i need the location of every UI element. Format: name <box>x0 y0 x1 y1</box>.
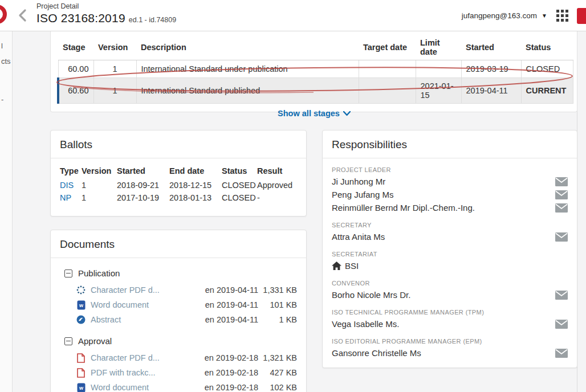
col-header-stage: Stage <box>58 35 93 60</box>
breadcrumb: Project Detail <box>36 2 176 10</box>
envelope-icon[interactable] <box>555 291 568 300</box>
top-header-bar: Project Detail ISO 23168:2019ed.1 - id.7… <box>0 0 586 31</box>
role-label: SECRETARIAT <box>332 251 568 258</box>
envelope-icon[interactable] <box>555 232 568 242</box>
ballot-status: CLOSED <box>222 179 257 191</box>
collapse-minus-icon[interactable] <box>64 270 72 277</box>
sidebar-item-fragment[interactable]: cts <box>1 57 11 66</box>
ballot-result: Approved <box>257 179 297 191</box>
envelope-icon[interactable] <box>555 320 568 329</box>
sidebar-item-fragment[interactable]: l <box>1 42 3 50</box>
member-name: Peng Jufang Ms <box>332 190 555 199</box>
show-all-stages-link[interactable]: Show all stages <box>57 109 571 118</box>
col-header-limit-date: Limit date <box>416 35 461 60</box>
ballot-status: CLOSED <box>222 191 257 204</box>
globe-icon <box>76 315 86 325</box>
stage-status: CLOSED <box>521 60 573 78</box>
stage-version: 1 <box>93 60 136 78</box>
envelope-icon[interactable] <box>555 177 568 186</box>
document-link[interactable]: Character PDF d... <box>91 285 201 295</box>
member-name: Borho Nicole Mrs Dr. <box>332 290 555 300</box>
document-link[interactable]: PDF with trackc... <box>91 368 200 377</box>
document-link[interactable]: Word document <box>91 300 201 309</box>
ballot-row: NP 1 2017-10-19 2018-01-13 CLOSED - <box>60 191 297 204</box>
stage-row: 60.00 1 International Standard under pub… <box>58 60 573 78</box>
document-size: 427 KB <box>261 368 297 377</box>
document-size: 102 KB <box>261 383 297 392</box>
chevron-left-icon <box>16 7 30 23</box>
ballot-version: 1 <box>82 191 117 204</box>
role-label: SECRETARY <box>332 222 568 228</box>
stage-started: 2019-03-19 <box>461 60 521 78</box>
stage-version: 1 <box>93 78 136 104</box>
member-name: Reinmüller Bernd Mr Dipl.-Chem.-Ing. <box>332 203 555 213</box>
spinner-icon <box>76 285 86 295</box>
stage-number: 60.60 <box>58 78 93 104</box>
page-heading: Project Detail ISO 23168:2019ed.1 - id.7… <box>36 2 176 25</box>
member-name: Gansonre Christelle Ms <box>332 348 555 358</box>
secretariat-name: BSI <box>345 261 359 271</box>
resp-group-epm: ISO EDITORIAL PROGRAMME MANAGER (EPM) Ga… <box>332 338 568 360</box>
member-name: BSI <box>332 261 568 271</box>
notification-badge-icon <box>577 8 586 24</box>
ballot-type-link[interactable]: NP <box>60 193 71 202</box>
document-link[interactable]: Word document <box>91 383 200 392</box>
stage-number: 60.00 <box>58 60 93 78</box>
col-header-version: Version <box>82 165 117 179</box>
role-label: CONVENOR <box>332 280 568 287</box>
stages-table: Stage Version Description Target date Li… <box>57 35 573 104</box>
ballots-panel: Ballots Type Version Started End date St… <box>50 130 307 217</box>
col-header-status: Status <box>521 35 573 60</box>
member-name: Vega Isabelle Ms. <box>332 319 555 329</box>
stage-row-current: 60.60 1 International Standard published… <box>58 78 573 104</box>
col-header-started: Started <box>117 165 169 179</box>
pdf-icon <box>76 353 86 363</box>
documents-section-approval: Approval Character PDF d... en 2019-02-1… <box>60 333 297 392</box>
stages-header-row: Stage Version Description Target date Li… <box>58 35 573 60</box>
document-row: w Word document en 2019-04-11101 KB <box>60 297 297 312</box>
document-link[interactable]: Character PDF d... <box>91 353 200 362</box>
resp-group-secretariat: SECRETARIAT BSI <box>332 251 568 272</box>
section-label: Approval <box>78 336 112 346</box>
resp-group-secretary: SECRETARY Attra Anita Ms <box>332 222 568 243</box>
ballots-header-row: Type Version Started End date Status Res… <box>60 165 297 179</box>
sidebar-item-fragment[interactable]: - <box>1 95 3 104</box>
document-date: en 2019-02-18 <box>205 383 258 392</box>
document-size: 1,331 KB <box>261 285 297 295</box>
envelope-icon[interactable] <box>555 190 568 199</box>
pdf-icon <box>76 368 86 378</box>
document-link[interactable]: Abstract <box>91 315 201 324</box>
stages-panel: Stage Version Description Target date Li… <box>50 31 577 112</box>
document-row: Abstract en 2019-04-111 KB <box>60 312 297 327</box>
member-row: Reinmüller Bernd Mr Dipl.-Chem.-Ing. <box>332 201 568 214</box>
apps-grid-button[interactable] <box>555 9 569 23</box>
svg-text:w: w <box>78 385 83 391</box>
stage-started: 2019-04-11 <box>461 78 521 104</box>
word-icon: w <box>76 300 86 310</box>
envelope-icon[interactable] <box>555 203 568 213</box>
role-label: PROJECT LEADER <box>332 166 568 173</box>
col-header-type: Type <box>60 165 82 179</box>
documents-panel: Documents Publication Character PDF d... <box>50 230 307 392</box>
member-name: Ji Junhong Mr <box>332 177 555 186</box>
user-email: jufangpeng@163.com <box>462 11 537 20</box>
responsibilities-title: Responsibilities <box>323 130 577 158</box>
member-row: Ji Junhong Mr <box>332 175 568 188</box>
member-row: BSI <box>332 259 568 272</box>
ballot-result: - <box>257 191 297 204</box>
document-date: en 2019-04-11 <box>205 300 258 309</box>
col-header-status: Status <box>222 165 257 179</box>
envelope-icon[interactable] <box>555 349 568 358</box>
sidebar-strip: l cts - <box>0 31 13 392</box>
home-icon <box>332 262 341 270</box>
stage-status: CURRENT <box>521 78 573 104</box>
user-account-menu[interactable]: jufangpeng@163.com ▼ <box>462 11 547 20</box>
stage-target-date <box>359 78 416 104</box>
ballot-type-link[interactable]: DIS <box>60 181 74 190</box>
project-detail-page: Project Detail ISO 23168:2019ed.1 - id.7… <box>0 0 586 392</box>
document-row: w Word document en 2019-02-18102 KB <box>60 380 297 392</box>
back-button[interactable] <box>16 7 30 23</box>
ballot-version: 1 <box>82 179 117 191</box>
document-date: en 2019-04-11 <box>205 285 258 295</box>
collapse-minus-icon[interactable] <box>64 337 72 345</box>
